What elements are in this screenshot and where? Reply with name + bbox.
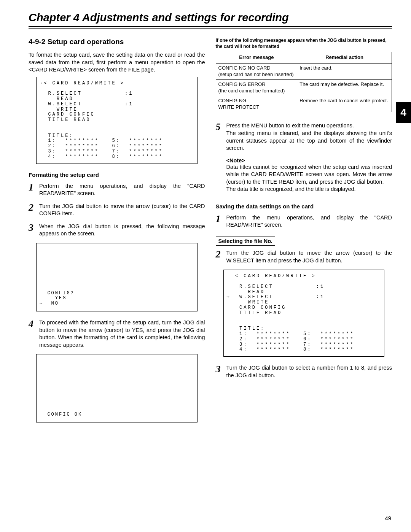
step-number-2b: 2 (216, 249, 226, 259)
right-column: If one of the following messages appears… (216, 38, 392, 430)
step-number-5: 5 (216, 122, 226, 132)
step-number-1: 1 (29, 183, 39, 192)
screen-config-prompt: CONFIG? YES → NO (36, 243, 198, 311)
error-header-action: Remedial action (297, 52, 392, 64)
page-number: 49 (385, 515, 391, 521)
title-underline (29, 26, 392, 29)
chapter-tab: 4 (396, 102, 411, 123)
step-5-text: Press the MENU button to exit the menu o… (226, 122, 392, 152)
error-header-message: Error message (216, 52, 297, 64)
step-1-text: Perform the menu operations, and display… (39, 183, 205, 197)
section-heading: 4-9-2 Setup card operations (29, 38, 205, 46)
error-msg-cell: CONFIG NG NO CARD (setup card has not be… (216, 64, 297, 80)
error-action-cell: Insert the card. (297, 64, 392, 80)
screen-config-ok: CONFIG OK (36, 354, 198, 422)
boxed-selecting-file-no: Selecting the file No. (216, 237, 276, 246)
step-1b-text: Perform the menu operations, and display… (226, 214, 392, 229)
step-number-2: 2 (29, 203, 39, 213)
note-body: Data titles cannot be recognized when th… (226, 164, 392, 193)
step-4-text: To proceed with the formatting of the se… (39, 319, 205, 349)
step-3b-text: Turn the JOG dial button to select a num… (226, 364, 392, 379)
chapter-title: Chapter 4 Adjustments and settings for r… (29, 11, 392, 26)
table-row: CONFIG NG ERROR (the card cannot be form… (216, 79, 392, 96)
step-3-text: When the JOG dial button is pressed, the… (39, 223, 205, 238)
note-label: <Note> (226, 157, 392, 164)
error-table: Error message Remedial action CONFIG NG … (216, 52, 392, 112)
screen-w-select: < CARD READ/WRITE > R.SELECT :1 READ → W… (223, 270, 385, 357)
step-number-3: 3 (29, 223, 39, 233)
table-row: CONFIG NG WRITE PROTECT Remove the card … (216, 96, 392, 112)
step-2-text: Turn the JOG dial button to move the arr… (39, 203, 205, 218)
left-column: 4-9-2 Setup card operations To format th… (29, 38, 205, 430)
step-number-1b: 1 (216, 214, 226, 224)
error-msg-cell: CONFIG NG ERROR (the card cannot be form… (216, 79, 297, 96)
sub-heading-formatting: Formatting the setup card (29, 172, 205, 178)
screen-card-read-write-main: →< CARD READ/WRITE > R.SELECT :1 READ W.… (36, 77, 198, 164)
error-intro: If one of the following messages appears… (216, 38, 392, 49)
intro-paragraph: To format the setup card, save the setti… (29, 51, 205, 74)
error-action-cell: Remove the card to cancel write protect. (297, 96, 392, 112)
sub-heading-saving: Saving the data settings on the card (216, 203, 392, 210)
error-action-cell: The card may be defective. Replace it. (297, 79, 392, 96)
step-2b-text: Turn the JOG dial button to move the arr… (226, 249, 392, 264)
step-number-4: 4 (29, 319, 39, 329)
step-number-3b: 3 (216, 364, 226, 374)
error-msg-cell: CONFIG NG WRITE PROTECT (216, 96, 297, 112)
table-row: CONFIG NG NO CARD (setup card has not be… (216, 64, 392, 80)
